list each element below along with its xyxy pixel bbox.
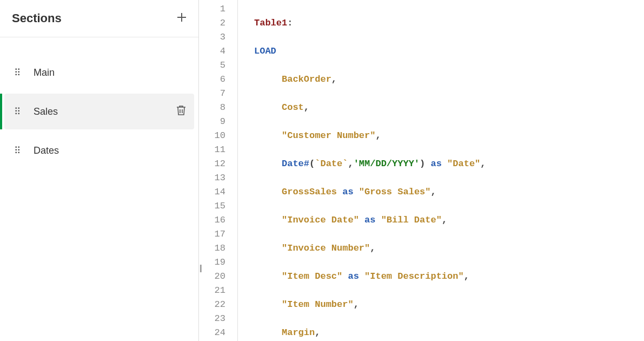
token-keyword: as — [364, 215, 375, 225]
token-keyword: as — [348, 271, 358, 281]
code-body[interactable]: Table1: LOAD BackOrder, Cost, "Customer … — [238, 0, 596, 341]
line-number: 12 — [199, 157, 225, 171]
code-editor[interactable]: 1 2 3 4 5 6 7 8 9 10 11 12 13 14 15 16 1… — [199, 0, 644, 341]
token-punc: , — [375, 130, 381, 141]
token-field: Cost — [282, 102, 304, 113]
sidebar-item-label: Sales — [34, 106, 176, 117]
token-punc: ( — [309, 159, 315, 169]
token-field: "Customer Number" — [282, 130, 375, 141]
token-field: "Item Number" — [282, 299, 354, 310]
line-number: 13 — [199, 171, 225, 185]
token-field: "Invoice Date" — [282, 215, 359, 225]
token-field: "Date" — [447, 159, 480, 169]
token-punc: ) — [420, 159, 425, 169]
sections-sidebar: Sections ⠿ Main ⠿ Sales ⠿ Dates || — [0, 0, 199, 341]
line-number: 14 — [199, 185, 225, 199]
line-number: 1 — [199, 2, 225, 16]
token-punc: , — [430, 187, 436, 197]
sidebar-item-sales[interactable]: ⠿ Sales — [4, 94, 194, 129]
drag-handle-icon[interactable]: ⠿ — [14, 149, 22, 153]
line-number: 2 — [199, 16, 225, 30]
token-field: GrossSales — [282, 187, 337, 197]
drag-handle-icon[interactable]: ⠿ — [14, 110, 22, 114]
line-number: 7 — [199, 87, 225, 101]
line-number: 5 — [199, 58, 225, 73]
token-keyword: as — [342, 187, 353, 197]
token-punc: , — [304, 102, 309, 113]
line-number: 23 — [199, 312, 225, 326]
drag-handle-icon[interactable]: ⠿ — [14, 71, 22, 75]
line-number: 6 — [199, 73, 225, 87]
line-number: 19 — [199, 255, 225, 270]
token-field: Margin — [282, 327, 315, 338]
token-punc: , — [348, 159, 353, 169]
token-field: "Item Description" — [364, 271, 464, 281]
line-number: 16 — [199, 213, 225, 227]
token-punc: , — [480, 159, 486, 169]
token-field: "Bill Date" — [381, 215, 442, 225]
token-punc: : — [287, 18, 293, 28]
sidebar-title: Sections — [12, 11, 62, 25]
line-number: 9 — [199, 115, 225, 129]
token-field: BackOrder — [282, 74, 331, 84]
sidebar-item-label: Main — [34, 67, 187, 78]
token-table: Table1 — [254, 18, 287, 28]
line-number: 20 — [199, 270, 225, 284]
sections-list: ⠿ Main ⠿ Sales ⠿ Dates — [0, 37, 198, 176]
line-number: 22 — [199, 298, 225, 312]
line-number: 10 — [199, 129, 225, 143]
token-punc: , — [354, 299, 359, 310]
line-number: 18 — [199, 241, 225, 255]
sidebar-item-label: Dates — [34, 145, 187, 156]
line-number: 21 — [199, 284, 225, 298]
line-number: 4 — [199, 44, 225, 58]
token-punc: , — [442, 215, 447, 225]
token-punc: , — [464, 271, 469, 281]
token-literal: 'MM/DD/YYYY' — [354, 159, 420, 169]
line-number: 3 — [199, 30, 225, 44]
add-section-button[interactable] — [176, 11, 188, 25]
token-punc: , — [315, 327, 320, 338]
token-punc: , — [370, 243, 375, 253]
token-field: "Invoice Number" — [282, 243, 370, 253]
line-number: 8 — [199, 101, 225, 115]
token-keyword: as — [430, 159, 441, 169]
line-number: 15 — [199, 199, 225, 213]
token-field: `Date` — [315, 159, 348, 169]
sidebar-item-dates[interactable]: ⠿ Dates — [4, 133, 194, 168]
token-punc: , — [331, 74, 337, 84]
line-number: 11 — [199, 143, 225, 157]
sidebar-item-main[interactable]: ⠿ Main — [4, 55, 194, 90]
token-func: Date# — [282, 159, 309, 169]
line-gutter: 1 2 3 4 5 6 7 8 9 10 11 12 13 14 15 16 1… — [199, 0, 238, 341]
line-number: 17 — [199, 227, 225, 241]
token-field: "Item Desc" — [282, 271, 342, 281]
token-keyword: LOAD — [254, 46, 276, 56]
splitter-handle-icon[interactable]: || — [200, 264, 201, 272]
line-number: 24 — [199, 326, 225, 340]
sidebar-header: Sections — [0, 0, 198, 37]
token-field: "Gross Sales" — [359, 187, 431, 197]
delete-section-button[interactable] — [176, 104, 187, 119]
